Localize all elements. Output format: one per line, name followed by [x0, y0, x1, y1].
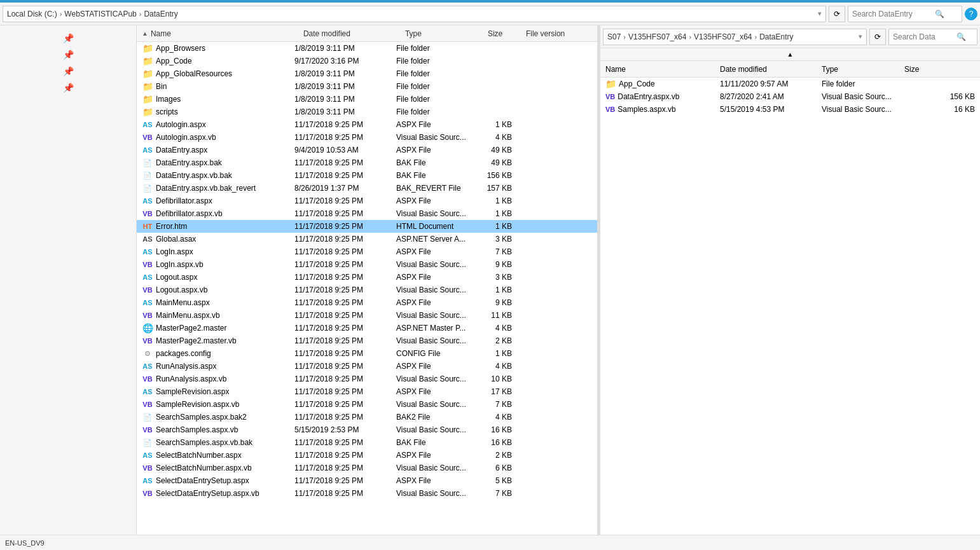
list-item[interactable]: AS Global.asax 11/17/2018 9:25 PM ASP.NE…: [137, 233, 597, 245]
right-bc-v135[interactable]: V135HFS07_x64: [628, 32, 686, 41]
right-search-box[interactable]: 🔍: [888, 29, 977, 45]
list-item[interactable]: 📄 SearchSamples.aspx.vb.bak 11/17/2018 9…: [137, 436, 597, 449]
file-type: Visual Basic Sourc...: [396, 425, 479, 434]
list-item[interactable]: 📁 App_Browsers 1/8/2019 3:11 PM File fol…: [137, 42, 597, 55]
pin-icon-2[interactable]: 📌: [60, 47, 76, 62]
refresh-button-left[interactable]: ⟳: [829, 6, 845, 22]
right-search-input[interactable]: [893, 32, 956, 41]
refresh-button-right[interactable]: ⟳: [869, 29, 886, 45]
col-header-size[interactable]: Size: [488, 29, 526, 38]
list-item[interactable]: VB RunAnalysis.aspx.vb 11/17/2018 9:25 P…: [137, 373, 597, 385]
list-item[interactable]: VBDataEntry.aspx.vb 8/27/2020 2:41 AM Vi…: [600, 90, 980, 103]
list-item[interactable]: VB SelectBatchNumber.aspx.vb 11/17/2018 …: [137, 462, 597, 474]
file-date: 11/17/2018 9:25 PM: [294, 247, 396, 256]
list-item[interactable]: 📄 DataEntry.aspx.vb.bak 11/17/2018 9:25 …: [137, 169, 597, 182]
search-input-left[interactable]: [852, 10, 935, 18]
file-name: Logout.aspx: [156, 273, 294, 282]
breadcrumb-c[interactable]: Local Disk (C:): [7, 10, 57, 18]
list-item[interactable]: HT Error.htm 11/17/2018 9:25 PM HTML Doc…: [137, 220, 597, 233]
list-item[interactable]: VB Defibrillator.aspx.vb 11/17/2018 9:25…: [137, 207, 597, 220]
file-date: 11/17/2018 9:25 PM: [294, 476, 396, 485]
sort-arrow: ▲: [142, 30, 148, 37]
pin-icon-1[interactable]: 📌: [60, 31, 76, 46]
list-item[interactable]: AS DataEntry.aspx 9/4/2019 10:53 AM ASPX…: [137, 144, 597, 156]
search-box-left[interactable]: 🔍: [848, 6, 962, 22]
help-button[interactable]: ?: [965, 8, 977, 20]
rcol-date[interactable]: Date modified: [720, 65, 822, 74]
list-item[interactable]: AS SelectBatchNumber.aspx 11/17/2018 9:2…: [137, 449, 597, 462]
file-icon: VB: [142, 259, 153, 270]
list-item[interactable]: VB LogIn.aspx.vb 11/17/2018 9:25 PM Visu…: [137, 258, 597, 271]
rcol-name[interactable]: Name: [605, 65, 720, 74]
file-size: 4 KB: [479, 133, 517, 142]
list-item[interactable]: AS Autologin.aspx 11/17/2018 9:25 PM ASP…: [137, 118, 597, 131]
list-item[interactable]: 📄 SearchSamples.aspx.bak2 11/17/2018 9:2…: [137, 411, 597, 423]
file-size: 1 KB: [479, 222, 517, 231]
col-header-date[interactable]: Date modified: [303, 29, 405, 38]
list-item[interactable]: 📁 Bin 1/8/2019 3:11 PM File folder: [137, 80, 597, 93]
list-item[interactable]: VB SampleRevision.aspx.vb 11/17/2018 9:2…: [137, 398, 597, 411]
rcol-size[interactable]: Size: [904, 65, 975, 74]
file-name: MasterPage2.master.vb: [156, 336, 294, 345]
file-size: 16 KB: [479, 425, 517, 434]
file-date: 11/17/2018 9:25 PM: [294, 464, 396, 472]
list-item[interactable]: 🌐 MasterPage2.master 11/17/2018 9:25 PM …: [137, 322, 597, 334]
list-item[interactable]: AS LogIn.aspx 11/17/2018 9:25 PM ASPX Fi…: [137, 245, 597, 258]
breadcrumb-web[interactable]: WebSTATISTICAPub: [64, 10, 136, 18]
file-type: ASPX File: [396, 298, 479, 307]
list-item[interactable]: 📁 App_Code 9/17/2020 3:16 PM File folder: [137, 55, 597, 67]
list-item[interactable]: AS SampleRevision.aspx 11/17/2018 9:25 P…: [137, 385, 597, 398]
breadcrumb-dropdown[interactable]: ▾: [818, 10, 822, 18]
file-type: ASPX File: [396, 476, 479, 485]
list-item[interactable]: AS Logout.aspx 11/17/2018 9:25 PM ASPX F…: [137, 271, 597, 284]
list-item[interactable]: ⚙ packages.config 11/17/2018 9:25 PM CON…: [137, 347, 597, 360]
file-list-wrapper: ▲ Name Date modified Type Size File vers…: [137, 25, 597, 535]
right-bc-v135-2[interactable]: V135HFS07_x64: [694, 32, 752, 41]
file-icon: VB: [142, 424, 153, 436]
pin-icon-3[interactable]: 📌: [60, 64, 76, 79]
list-item[interactable]: VB SelectDataEntrySetup.aspx.vb 11/17/20…: [137, 487, 597, 500]
col-header-type[interactable]: Type: [405, 29, 488, 38]
file-date: 9/4/2019 10:53 AM: [294, 146, 396, 155]
file-size: 4 KB: [479, 324, 517, 333]
file-name: DataEntry.aspx: [156, 146, 294, 155]
right-bc-de[interactable]: DataEntry: [759, 32, 793, 41]
file-type: Visual Basic Sourc...: [396, 311, 479, 320]
scroll-up-arrow: ▲: [787, 51, 794, 58]
file-name: App_Browsers: [156, 44, 294, 53]
list-item[interactable]: AS SelectDataEntrySetup.aspx 11/17/2018 …: [137, 474, 597, 487]
right-bc-s07[interactable]: S07: [607, 32, 621, 41]
list-item[interactable]: AS RunAnalysis.aspx 11/17/2018 9:25 PM A…: [137, 360, 597, 373]
list-item[interactable]: 📁 scripts 1/8/2019 3:11 PM File folder: [137, 106, 597, 118]
list-item[interactable]: VB Autologin.aspx.vb 11/17/2018 9:25 PM …: [137, 131, 597, 144]
rfile-name: VBSamples.aspx.vb: [605, 105, 720, 114]
file-icon: VB: [142, 208, 153, 219]
list-item[interactable]: AS Defibrillator.aspx 11/17/2018 9:25 PM…: [137, 195, 597, 207]
breadcrumb-dataentry[interactable]: DataEntry: [144, 10, 177, 18]
col-header-name[interactable]: Name: [151, 29, 303, 38]
list-item[interactable]: VB MasterPage2.master.vb 11/17/2018 9:25…: [137, 334, 597, 347]
list-item[interactable]: VB SearchSamples.aspx.vb 5/15/2019 2:53 …: [137, 423, 597, 436]
list-item[interactable]: 📄 DataEntry.aspx.vb.bak_revert 8/26/2019…: [137, 182, 597, 195]
list-item[interactable]: 📄 DataEntry.aspx.bak 11/17/2018 9:25 PM …: [137, 156, 597, 169]
rfile-name: 📁App_Code: [605, 79, 720, 89]
rcol-type[interactable]: Type: [822, 65, 904, 74]
file-type: BAK File: [396, 158, 479, 167]
right-panel: S07 › V135HFS07_x64 › V135HFS07_x64 › Da…: [600, 25, 980, 535]
list-item[interactable]: AS MainMenu.aspx 11/17/2018 9:25 PM ASPX…: [137, 296, 597, 309]
list-item[interactable]: VBSamples.aspx.vb 5/15/2019 4:53 PM Visu…: [600, 103, 980, 116]
list-item[interactable]: VB Logout.aspx.vb 11/17/2018 9:25 PM Vis…: [137, 284, 597, 296]
col-header-ver[interactable]: File version: [526, 29, 592, 38]
file-type: ASPX File: [396, 247, 479, 256]
list-item[interactable]: VB MainMenu.aspx.vb 11/17/2018 9:25 PM V…: [137, 309, 597, 322]
pin-icon-4[interactable]: 📌: [60, 80, 76, 95]
file-icon: HT: [142, 221, 153, 232]
list-item[interactable]: 📁App_Code 11/11/2020 9:57 AM File folder: [600, 78, 980, 90]
list-item[interactable]: 📁 App_GlobalResources 1/8/2019 3:11 PM F…: [137, 67, 597, 80]
right-scroll-up[interactable]: ▲: [600, 48, 980, 61]
file-icon: AS: [142, 475, 153, 486]
right-breadcrumb-dropdown[interactable]: ▾: [859, 32, 862, 41]
file-type: ASPX File: [396, 362, 479, 371]
file-icon: AS: [142, 144, 153, 156]
list-item[interactable]: 📁 Images 1/8/2019 3:11 PM File folder: [137, 93, 597, 106]
